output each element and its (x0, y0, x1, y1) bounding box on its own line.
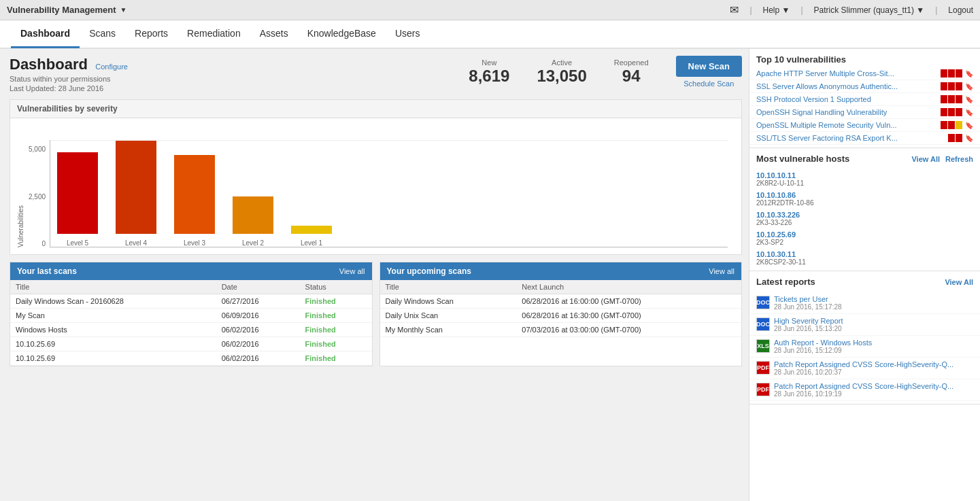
bar-level1-fill (291, 226, 332, 234)
latest-reports-view-all[interactable]: View All (945, 278, 973, 286)
vulnerable-hosts-view-all[interactable]: View All (911, 155, 940, 163)
table-row[interactable]: 10.10.25.69 06/02/2016 Finished (10, 351, 372, 366)
vulnerable-hosts-section: Most vulnerable hosts View All Refresh 1… (749, 148, 980, 271)
host-name: 2K3-SP2 (756, 239, 973, 246)
report-date: 28 Jun 2016, 15:13:20 (774, 325, 973, 332)
host-ip[interactable]: 10.10.30.11 (756, 250, 973, 258)
nav-knowledgebase[interactable]: KnowledgeBase (298, 20, 386, 48)
bar-level3[interactable]: Level 3 (174, 155, 215, 247)
col-status: Status (300, 280, 372, 294)
report-name[interactable]: Auth Report - Windows Hosts (774, 339, 973, 347)
sev-bar-2 (948, 69, 955, 77)
report-name[interactable]: Tickets per User (774, 295, 973, 303)
list-item[interactable]: SSL/TLS Server Factoring RSA Export K...… (749, 132, 980, 145)
bookmark-icon: 🔖 (965, 83, 973, 90)
stat-new-value: 8,619 (469, 67, 509, 86)
vuln-name[interactable]: SSL Server Allows Anonymous Authentic... (756, 82, 941, 90)
list-item[interactable]: OpenSSL Multiple Remote Security Vuln...… (749, 119, 980, 132)
nav-remediation[interactable]: Remediation (178, 20, 250, 48)
last-scans-view-all[interactable]: View all (339, 267, 365, 275)
last-scans-section: Your last scans View all Title Date Stat… (10, 262, 373, 366)
vuln-name[interactable]: OpenSSH Signal Handling Vulnerability (756, 108, 941, 116)
vuln-name[interactable]: OpenSSL Multiple Remote Security Vuln... (756, 121, 941, 129)
host-list: 10.10.10.11 2K8R2-U-10-11 10.10.10.86 20… (749, 167, 980, 271)
dashboard-header: Dashboard Configure Status within your p… (10, 56, 742, 92)
report-name[interactable]: Patch Report Assigned CVSS Score-HighSev… (774, 360, 973, 368)
bar-level4[interactable]: Level 4 (116, 140, 156, 247)
help-link[interactable]: Help ▼ (763, 5, 790, 15)
chart-area: Vulnerabilities 0 2,500 5,000 (10, 118, 741, 254)
host-ip[interactable]: 10.10.33.226 (756, 211, 973, 219)
upcoming-scans-view-all[interactable]: View all (709, 267, 734, 275)
schedule-scan-link[interactable]: Schedule Scan (676, 80, 742, 88)
table-row[interactable]: Windows Hosts 06/02/2016 Finished (10, 323, 372, 337)
vuln-name[interactable]: Apache HTTP Server Multiple Cross-Sit... (756, 69, 941, 77)
table-row[interactable]: Daily Unix Scan 06/28/2016 at 16:30:00 (… (380, 309, 742, 323)
vuln-section: Vulnerabilities by severity Vulnerabilit… (10, 99, 742, 255)
nav-assets[interactable]: Assets (250, 20, 298, 48)
bar-level2[interactable]: Level 2 (233, 196, 273, 247)
upcoming-scans-header: Your upcoming scans View all (380, 262, 742, 280)
user-menu[interactable]: Patrick Slimmer (quays_tt1) ▼ (814, 5, 925, 15)
bar-level5[interactable]: Level 5 (57, 152, 98, 247)
right-sidebar: Top 10 vulnerabilities Apache HTTP Serve… (749, 49, 980, 501)
nav-dashboard[interactable]: Dashboard (11, 20, 80, 48)
severity-bars (948, 134, 962, 142)
sev-bar-2 (948, 121, 955, 129)
report-name[interactable]: Patch Report Assigned CVSS Score-HighSev… (774, 382, 973, 390)
host-ip[interactable]: 10.10.25.69 (756, 230, 973, 239)
nav-reports[interactable]: Reports (125, 20, 178, 48)
vuln-name[interactable]: SSL/TLS Server Factoring RSA Export K... (756, 134, 948, 142)
mail-icon[interactable]: ✉ (730, 3, 739, 16)
bookmark-icon: 🔖 (965, 70, 973, 77)
sev-bar-1 (948, 134, 955, 142)
list-item[interactable]: SSL Server Allows Anonymous Authentic...… (749, 80, 980, 93)
main-layout: Dashboard Configure Status within your p… (0, 49, 980, 501)
scan-date: 06/02/2016 (216, 337, 300, 351)
app-dropdown-arrow: ▼ (120, 6, 127, 14)
sev-bar-1 (941, 108, 947, 116)
bar-level1[interactable]: Level 1 (291, 226, 332, 247)
latest-reports-title: Latest reports View All (749, 271, 980, 290)
report-name[interactable]: High Severity Report (774, 317, 973, 325)
nav-users[interactable]: Users (386, 20, 430, 48)
host-name: 2K3-33-226 (756, 219, 973, 226)
bar-level2-fill (233, 196, 273, 234)
report-date: 28 Jun 2016, 10:20:37 (774, 368, 973, 376)
host-ip[interactable]: 10.10.10.86 (756, 191, 973, 199)
list-item[interactable]: Apache HTTP Server Multiple Cross-Sit...… (749, 67, 980, 80)
sev-bar-3 (956, 82, 962, 90)
table-row[interactable]: Daily Windows Scan 06/28/2016 at 16:00:0… (380, 294, 742, 309)
chart-bars: Level 5 Level 4 Level 3 Level 2 (50, 140, 728, 247)
report-item: DOC Tickets per User 28 Jun 2016, 15:17:… (749, 292, 980, 314)
report-item: XLS Auth Report - Windows Hosts 28 Jun 2… (749, 336, 980, 358)
upcoming-scans-table: Title Next Launch Daily Windows Scan 06/… (380, 280, 742, 337)
list-item: 10.10.10.86 2012R2DTR-10-86 (749, 189, 980, 209)
top10-section: Top 10 vulnerabilities Apache HTTP Serve… (749, 49, 980, 148)
nav-scans[interactable]: Scans (80, 20, 125, 48)
scan-status: Finished (300, 337, 372, 351)
last-scans-header: Your last scans View all (10, 262, 372, 280)
host-name: 2K8CSP2-30-11 (756, 258, 973, 266)
table-row[interactable]: 10.10.25.69 06/02/2016 Finished (10, 337, 372, 351)
vulnerable-hosts-title: Most vulnerable hosts View All Refresh (749, 148, 980, 167)
stat-reopened: Reopened 94 (614, 58, 649, 86)
new-scan-button[interactable]: New Scan (676, 56, 742, 77)
report-item: PDF Patch Report Assigned CVSS Score-Hig… (749, 379, 980, 401)
list-item[interactable]: OpenSSH Signal Handling Vulnerability 🔖 (749, 106, 980, 119)
table-row[interactable]: My Monthly Scan 07/03/2016 at 03:00:00 (… (380, 323, 742, 337)
list-item: 10.10.25.69 2K3-SP2 (749, 228, 980, 248)
vuln-name[interactable]: SSH Protocol Version 1 Supported (756, 95, 941, 103)
host-ip[interactable]: 10.10.10.11 (756, 171, 973, 179)
upcoming-scans-title: Your upcoming scans (387, 266, 471, 276)
app-title[interactable]: Vulnerability Management ▼ (7, 5, 127, 15)
sev-bar-3 (956, 69, 962, 77)
list-item[interactable]: SSH Protocol Version 1 Supported 🔖 (749, 93, 980, 106)
sev-bar-1 (941, 95, 947, 103)
configure-link[interactable]: Configure (95, 63, 128, 71)
logout-link[interactable]: Logout (948, 5, 973, 15)
dashboard-subtitle1: Status within your permissions (10, 75, 128, 83)
table-row[interactable]: My Scan 06/09/2016 Finished (10, 309, 372, 323)
table-row[interactable]: Daily Windows Scan - 20160628 06/27/2016… (10, 294, 372, 309)
vulnerable-hosts-refresh[interactable]: Refresh (945, 155, 973, 163)
